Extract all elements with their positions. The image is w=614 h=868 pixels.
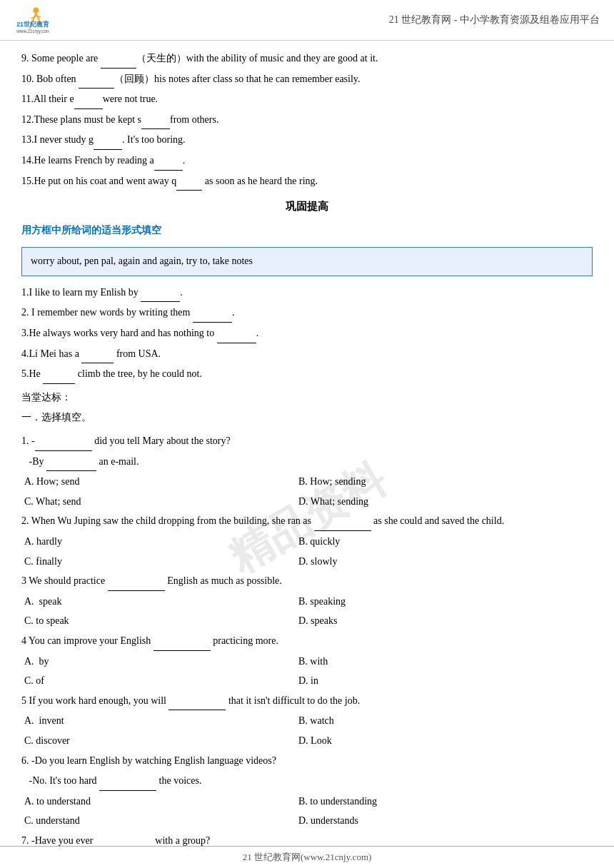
mc-q6: 6. -Do you learn English by watching Eng… bbox=[21, 752, 593, 831]
question-12: 12.These plans must be kept sfrom others… bbox=[21, 111, 593, 130]
fill-blank-4 bbox=[81, 353, 114, 363]
daily-goal-label: 当堂达标： bbox=[21, 388, 593, 408]
fill-section-title: 用方框中所给词的适当形式填空 bbox=[21, 221, 593, 241]
mc-section: 1. - did you tell Mary about the story? … bbox=[21, 432, 593, 868]
blank-q3 bbox=[108, 581, 165, 591]
option-A: A. hardly bbox=[21, 533, 296, 552]
mc-q2-options2: C. finally D. slowly bbox=[21, 552, 593, 572]
blank-14 bbox=[154, 161, 183, 171]
fill-q3: 3.He always works very hard and has noth… bbox=[21, 324, 593, 343]
mc-q4: 4 You can improve your English practicin… bbox=[21, 632, 593, 691]
option-B: B. to understanding bbox=[296, 792, 570, 812]
question-10: 10. Bob often （回顾）his notes after class … bbox=[21, 70, 593, 89]
logo-icon: 21世纪教育 www.21cnjy.com bbox=[14, 6, 49, 34]
mc-q1-options: A. How; send B. How; sending bbox=[21, 473, 593, 492]
fill-blank-2 bbox=[193, 313, 232, 323]
mc-q5-stem: 5 If you work hard enough, you will that… bbox=[21, 692, 593, 711]
mc-q5: 5 If you work hard enough, you will that… bbox=[21, 692, 593, 751]
option-C: C. finally bbox=[21, 552, 296, 572]
option-C: C. discover bbox=[21, 732, 296, 751]
word-box: worry about, pen pal, again and again, t… bbox=[21, 247, 593, 276]
blank-11 bbox=[74, 99, 103, 109]
option-C: C. understand bbox=[21, 812, 296, 831]
blank-q1b bbox=[46, 461, 96, 471]
blank-q1a bbox=[35, 441, 92, 451]
question-9: 9. Some people are （天生的）with the ability… bbox=[21, 49, 593, 69]
mc-q5-options2: C. discover D. Look bbox=[21, 732, 593, 751]
option-A: A. to understand bbox=[21, 792, 296, 812]
option-C: C. of bbox=[21, 672, 296, 691]
fill-q1: 1.I like to learn my Enlish by . bbox=[21, 283, 593, 303]
blank-13 bbox=[94, 140, 122, 150]
blank-10 bbox=[79, 79, 114, 89]
mc-q5-options: A. invent B. watch bbox=[21, 712, 593, 731]
option-D: D. speaks bbox=[296, 612, 570, 631]
fill-blank-1 bbox=[141, 292, 180, 302]
blank-12 bbox=[141, 119, 170, 129]
mc-q2-stem: 2. When Wu Juping saw the child dropping… bbox=[21, 512, 593, 531]
blank-q2 bbox=[314, 521, 371, 531]
option-B: B. watch bbox=[296, 712, 570, 731]
blank-9 bbox=[101, 59, 136, 69]
question-13: 13.I never study g. It's too boring. bbox=[21, 131, 593, 150]
option-D: D. understands bbox=[296, 812, 570, 831]
svg-line-6 bbox=[36, 16, 40, 17]
mc-q2: 2. When Wu Juping saw the child dropping… bbox=[21, 512, 593, 571]
option-A: A. by bbox=[21, 652, 296, 672]
mc-q6-stem2: -No. It's too hard the voices. bbox=[21, 772, 593, 791]
option-B: B. How; sending bbox=[296, 473, 570, 492]
blank-15 bbox=[176, 181, 202, 191]
option-A: A. How; send bbox=[21, 473, 296, 492]
option-B: B. quickly bbox=[296, 533, 570, 552]
section-title-gujin: 巩固提高 bbox=[21, 196, 593, 217]
mc-q6-stem1: 6. -Do you learn English by watching Eng… bbox=[21, 752, 593, 771]
mc-q3-stem: 3 We should practice English as much as … bbox=[21, 572, 593, 591]
mc-q1-stem1: 1. - did you tell Mary about the story? bbox=[21, 432, 593, 451]
blank-q5 bbox=[168, 700, 226, 710]
mc-q2-options: A. hardly B. quickly bbox=[21, 533, 593, 552]
logo-area: 21世纪教育 www.21cnjy.com bbox=[14, 6, 49, 34]
option-A: A. invent bbox=[21, 712, 296, 731]
option-C: C. to speak bbox=[21, 612, 296, 631]
mc-q4-options: A. by B. with bbox=[21, 652, 593, 672]
mc-q3-options: A. speak B. speaking bbox=[21, 592, 593, 612]
mc-q6-options: A. to understand B. to understanding bbox=[21, 792, 593, 812]
mc-q4-stem: 4 You can improve your English practicin… bbox=[21, 632, 593, 651]
option-D: D. What; sending bbox=[296, 493, 570, 512]
mc-q1-options2: C. What; send D. What; sending bbox=[21, 493, 593, 512]
mc-q3-options2: C. to speak D. speaks bbox=[21, 612, 593, 631]
option-C: C. What; send bbox=[21, 493, 296, 512]
fill-q5: 5.He climb the tree, by he could not. bbox=[21, 365, 593, 384]
fill-q2: 2. I remember new words by writing them … bbox=[21, 303, 593, 323]
mc-q4-options2: C. of D. in bbox=[21, 672, 593, 691]
page-header: 21世纪教育 www.21cnjy.com 21 世纪教育网 - 中小学教育资源… bbox=[0, 0, 614, 41]
mc-q3: 3 We should practice English as much as … bbox=[21, 572, 593, 631]
mc-q1-stem2: -By an e-mail. bbox=[21, 453, 593, 472]
mc-q1: 1. - did you tell Mary about the story? … bbox=[21, 432, 593, 511]
option-D: D. in bbox=[296, 672, 570, 691]
mc-q6-options2: C. understand D. understands bbox=[21, 812, 593, 831]
svg-point-0 bbox=[33, 7, 39, 13]
blank-q4 bbox=[154, 641, 211, 651]
main-content: 精品资料 9. Some people are （天生的）with the ab… bbox=[0, 41, 614, 868]
svg-text:21世纪教育: 21世纪教育 bbox=[16, 20, 49, 28]
part-label: 一．选择填空。 bbox=[21, 408, 593, 428]
page-footer: 21 世纪教育网(www.21cnjy.com) bbox=[0, 846, 614, 868]
question-15: 15.He put on his coat and went away q as… bbox=[21, 172, 593, 191]
svg-text:www.21cnjy.com: www.21cnjy.com bbox=[16, 29, 49, 34]
option-D: D. Look bbox=[296, 732, 570, 751]
option-B: B. speaking bbox=[296, 592, 570, 612]
option-A: A. speak bbox=[21, 592, 296, 612]
fill-blank-5 bbox=[43, 374, 75, 384]
fill-blank-3 bbox=[217, 333, 256, 343]
question-11: 11.All their ewere not true. bbox=[21, 90, 593, 109]
option-D: D. slowly bbox=[296, 552, 570, 572]
blank-q6 bbox=[99, 781, 156, 791]
fill-q4: 4.Li Mei has a from USA. bbox=[21, 345, 593, 364]
question-14: 14.He learns French by reading a. bbox=[21, 151, 593, 171]
option-B: B. with bbox=[296, 652, 570, 672]
footer-text: 21 世纪教育网(www.21cnjy.com) bbox=[243, 852, 372, 862]
header-site-title: 21 世纪教育网 - 中小学教育资源及组卷应用平台 bbox=[389, 14, 600, 26]
